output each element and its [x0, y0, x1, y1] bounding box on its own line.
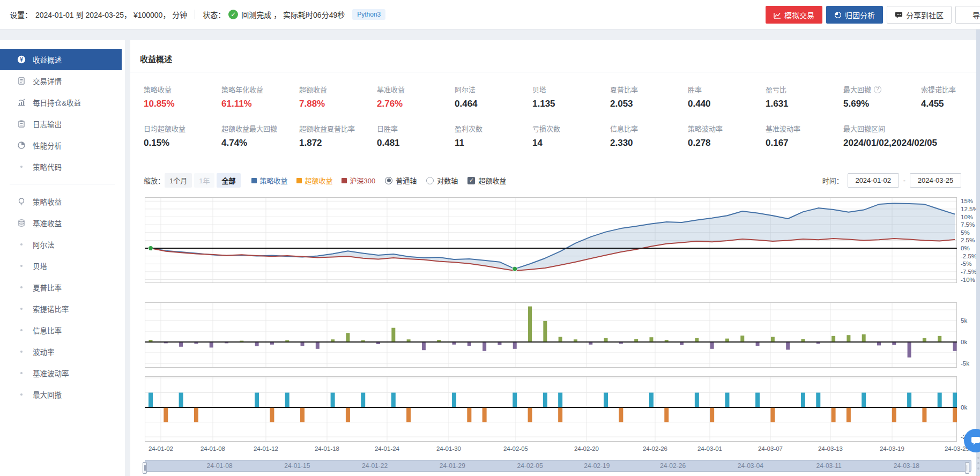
simulate-trade-label: 模拟交易 [784, 10, 814, 20]
metric-row2-4: 盈利次数11 [455, 123, 532, 148]
sidebar-item-11[interactable]: 夏普比率 [0, 277, 122, 298]
sidebar-item-label: 夏普比率 [33, 282, 62, 293]
metric-label: 信息比率 [610, 123, 638, 133]
sidebar-item-16[interactable]: 最大回撤 [0, 384, 122, 405]
metric-row2-8: 基准波动率0.167 [766, 123, 843, 148]
slider-label: 24-01-22 [362, 462, 388, 470]
sidebar-item-7[interactable]: 策略收益 [0, 191, 122, 212]
range-button-2[interactable]: 全部 [217, 173, 240, 188]
sidebar-item-8[interactable]: 基准收益 [0, 212, 122, 234]
sidebar-item-10[interactable]: 贝塔 [0, 255, 122, 277]
metric-row1-3: 基准收益2.76% [377, 84, 455, 109]
excess-overlay-label: 超额收益 [478, 175, 506, 185]
metric-label: 策略收益 [144, 84, 172, 94]
daily-pnl-chart[interactable]: 5k0k-5k [145, 302, 980, 368]
main-panel: 收益概述 策略收益10.85%策略年化收益61.11%超额收益7.88%基准收益… [130, 40, 980, 476]
sidebar-item-1[interactable]: 交易详情 [0, 70, 122, 92]
sidebar-item-9[interactable]: 阿尔法 [0, 234, 122, 255]
metric-value: 0.278 [688, 138, 766, 148]
axis-option-0[interactable]: 普通轴 [385, 175, 417, 185]
metrics-row-1: 策略收益10.85%策略年化收益61.11%超额收益7.88%基准收益2.76%… [144, 84, 980, 109]
sidebar-item-2[interactable]: 每日持仓&收益 [0, 92, 122, 113]
bullet-icon [17, 326, 26, 334]
legend-swatch-icon [251, 178, 257, 183]
sidebar-item-14[interactable]: 波动率 [0, 341, 122, 362]
metric-value: 0.481 [377, 138, 455, 148]
sidebar-item-3[interactable]: 日志输出 [0, 113, 122, 135]
legend-swatch-icon [296, 178, 302, 183]
simulate-trade-button[interactable]: 模拟交易 [766, 6, 822, 24]
metric-row1-8: 盈亏比1.631 [766, 84, 843, 109]
share-label: 分享到社区 [906, 10, 944, 20]
metric-row1-10: 索提诺比率4.455 [921, 84, 980, 109]
daily-trade-chart[interactable]: 0k-200k [145, 376, 980, 442]
legend-item-2[interactable]: 沪深300 [341, 175, 376, 185]
share-button[interactable]: 分享到社区 [887, 6, 952, 24]
date-range-slider[interactable]: 24-01-0824-01-1524-01-2224-01-2924-02-05… [145, 460, 971, 472]
metric-row2-1: 超额收益最大回撤4.74% [221, 123, 299, 148]
metric-value: 2024/01/02,2024/02/05 [843, 138, 921, 148]
time-to-input[interactable] [910, 173, 961, 188]
metric-value: 14 [532, 138, 610, 148]
legend-item-0[interactable]: 策略收益 [251, 175, 288, 185]
time-from-input[interactable] [848, 173, 899, 188]
svg-text:-5%: -5% [961, 261, 971, 267]
attribution-button[interactable]: 归因分析 [826, 6, 883, 24]
metric-value: 1.631 [766, 99, 843, 109]
sidebar-item-label: 最大回撤 [33, 389, 62, 400]
sidebar-item-5[interactable]: 策略代码 [0, 156, 122, 177]
time-range: 时间： - [822, 173, 961, 188]
svg-text:0k: 0k [961, 404, 967, 411]
excess-overlay-toggle[interactable]: ✓ 超额收益 [467, 175, 506, 185]
chart-legend: 策略收益超额收益沪深300 [243, 175, 376, 185]
svg-text:-5k: -5k [961, 360, 969, 367]
svg-text:7.5%: 7.5% [961, 221, 975, 228]
metric-value: 10.85% [144, 99, 221, 109]
metric-row1-7: 胜率0.440 [688, 84, 766, 109]
returns-chart[interactable]: 15%12.5%10%7.5%5%2.5%0%-2.5%-5%-7.5%-10% [145, 197, 980, 284]
bullet-icon [17, 162, 26, 171]
range-button-1[interactable]: 1年 [194, 173, 214, 188]
help-icon[interactable]: ? [874, 86, 881, 93]
export-button[interactable]: 导出 [955, 6, 980, 24]
chart-icon [17, 98, 26, 107]
sidebar-item-label: 基准收益 [33, 218, 62, 228]
sidebar-item-15[interactable]: 基准波动率 [0, 362, 122, 384]
export-label: 导出 [972, 10, 980, 20]
svg-text:12.5%: 12.5% [961, 206, 978, 212]
settings-value: 2024-01-01 到 2024-03-25， ¥100000， 分钟 [35, 9, 187, 20]
svg-text:¥: ¥ [20, 57, 23, 63]
axis-option-1[interactable]: 对数轴 [426, 175, 458, 185]
page-scrollbar[interactable] [976, 29, 980, 476]
attribution-label: 归因分析 [845, 10, 875, 20]
checkbox-checked-icon: ✓ [467, 177, 475, 184]
sidebar-item-0[interactable]: ¥收益概述 [0, 49, 122, 70]
sidebar-divider [10, 184, 115, 184]
metric-label: 夏普比率 [610, 84, 638, 94]
metrics-summary: 策略收益10.85%策略年化收益61.11%超额收益7.88%基准收益2.76%… [130, 72, 980, 162]
metric-label: 胜率 [688, 84, 702, 94]
svg-text:5%: 5% [961, 229, 970, 236]
metric-row1-5: 贝塔1.135 [532, 84, 610, 109]
slider-handle-right[interactable] [965, 462, 969, 474]
slider-label: 24-02-05 [517, 462, 543, 470]
bullet-icon [17, 283, 26, 292]
sidebar-item-13[interactable]: 信息比率 [0, 319, 122, 341]
axis-option-label: 普通轴 [396, 175, 417, 185]
date-axis-label: 24-03-13 [818, 445, 843, 452]
legend-item-1[interactable]: 超额收益 [296, 175, 333, 185]
range-button-0[interactable]: 1个月 [165, 173, 192, 188]
date-axis-label: 24-03-01 [697, 445, 722, 452]
metric-row2-9: 最大回撤区间2024/01/02,2024/02/05 [843, 123, 921, 148]
metric-label: 日均超额收益 [144, 123, 185, 133]
date-axis-label: 24-02-20 [574, 445, 599, 452]
yen-circle-icon: ¥ [17, 55, 26, 64]
sidebar-item-4[interactable]: 性能分析 [0, 135, 122, 156]
slider-handle-left[interactable] [143, 462, 147, 474]
more-dots[interactable] [977, 457, 979, 470]
sidebar: ¥收益概述交易详情每日持仓&收益日志输出性能分析策略代码策略收益基准收益阿尔法贝… [0, 40, 125, 476]
sidebar-item-12[interactable]: 索提诺比率 [0, 298, 122, 319]
slider-label: 24-01-29 [440, 462, 465, 470]
slider-label: 24-03-04 [738, 462, 763, 470]
date-axis-label: 24-01-02 [149, 445, 173, 452]
